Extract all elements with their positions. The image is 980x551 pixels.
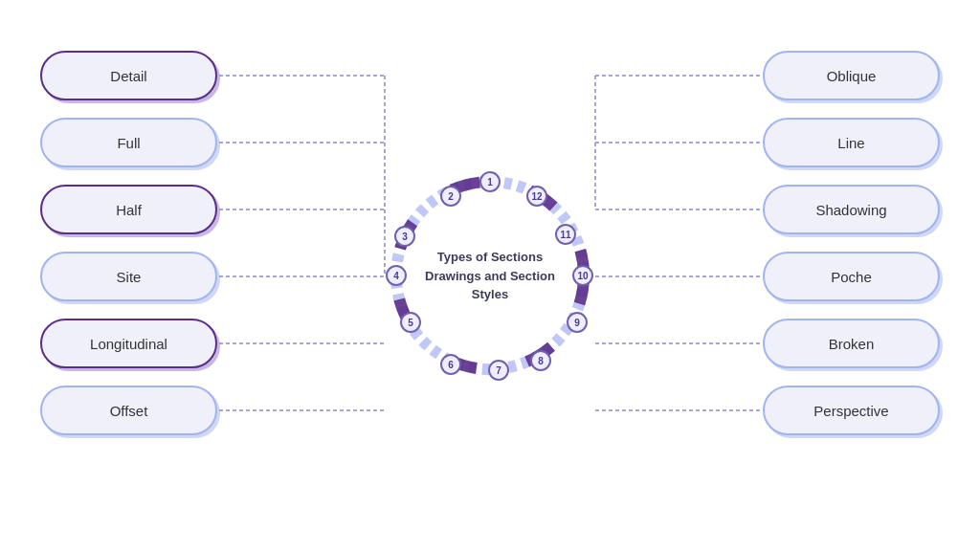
pill-label: Broken <box>829 336 875 352</box>
pill-label: Longitudinal <box>90 336 167 352</box>
pill-poche: Poche <box>763 252 940 301</box>
pill-shadowing: Shadowing <box>763 185 940 234</box>
badge-6: 6 <box>440 354 461 375</box>
pill-longitudinal: Longitudinal <box>40 319 217 368</box>
badge-9: 9 <box>567 312 588 333</box>
pill-half: Half <box>40 185 217 234</box>
pill-label: Site <box>117 269 142 285</box>
pill-label: Shadowing <box>815 202 886 218</box>
badge-5: 5 <box>400 312 421 333</box>
pill-label: Perspective <box>813 403 888 419</box>
pill-label: Line <box>837 135 864 151</box>
pill-label: Half <box>116 202 142 218</box>
badge-12: 12 <box>526 186 547 207</box>
pill-full: Full <box>40 118 217 167</box>
badge-10: 10 <box>572 265 593 286</box>
pill-offset: Offset <box>40 386 217 435</box>
badge-4: 4 <box>386 265 407 286</box>
pill-broken: Broken <box>763 319 940 368</box>
pill-label: Full <box>117 135 140 151</box>
diagram-container: Detail Full Half Site Longitudinal Offse… <box>11 12 969 539</box>
pill-label: Offset <box>110 403 148 419</box>
pill-label: Oblique <box>827 68 877 84</box>
pill-label: Poche <box>831 269 872 285</box>
pill-detail: Detail <box>40 51 217 100</box>
pill-perspective: Perspective <box>763 386 940 435</box>
badge-2: 2 <box>440 186 461 207</box>
pill-site: Site <box>40 252 217 301</box>
pill-label: Detail <box>110 68 146 84</box>
badge-7: 7 <box>488 360 509 381</box>
pill-oblique: Oblique <box>763 51 940 100</box>
center-title: Types of Sections Drawings and Section S… <box>423 248 557 304</box>
badge-3: 3 <box>394 226 415 247</box>
badge-8: 8 <box>530 350 551 371</box>
badge-11: 11 <box>555 224 576 245</box>
badge-1: 1 <box>479 171 501 192</box>
center-title-text: Types of Sections Drawings and Section S… <box>425 250 555 301</box>
pill-line: Line <box>763 118 940 167</box>
